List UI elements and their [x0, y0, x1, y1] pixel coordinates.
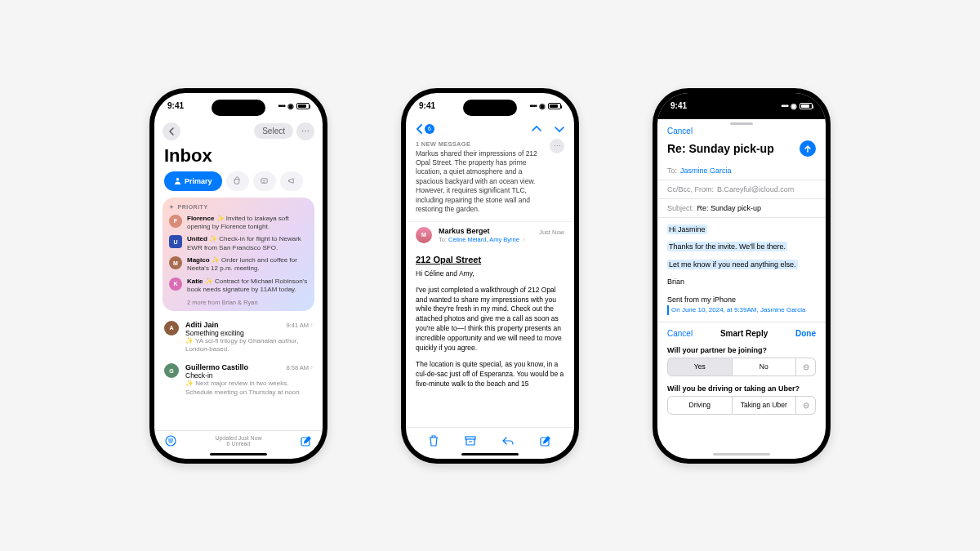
message-sender: Guillermo Castillo — [185, 363, 248, 371]
back-button[interactable]: 6 — [416, 124, 434, 134]
message-item[interactable]: A Aditi Jain 9:41 AM› Something exciting… — [154, 316, 323, 359]
message-preview: ✨ YA sci-fi trilogy by Ghanaian author, … — [185, 337, 313, 354]
status-time: 9:41 — [419, 101, 435, 110]
avatar: F — [169, 215, 182, 228]
filter-icon[interactable] — [164, 434, 177, 447]
priority-item[interactable]: M Magico ✨ Order lunch and coffee for Ne… — [169, 256, 308, 273]
signal-icon — [529, 101, 537, 110]
category-tabs: Primary — [154, 171, 323, 198]
to-line: To: Céline Mélard, Amy Byrne › — [439, 235, 525, 243]
option-no[interactable]: No — [733, 358, 797, 376]
compose-title: Re: Sunday pick-up — [667, 142, 774, 155]
avatar: G — [164, 363, 179, 378]
message-item[interactable]: G Guillermo Castillo 8:58 AM› Check-in ✨… — [154, 358, 323, 402]
status-time: 9:41 — [167, 101, 184, 110]
home-indicator[interactable] — [210, 453, 267, 455]
sparkle-icon: ✦ — [169, 204, 175, 211]
select-button[interactable]: Select — [254, 123, 293, 139]
page-title: Inbox — [154, 144, 323, 171]
timestamp: Just Now — [539, 229, 564, 236]
tab-transactions[interactable] — [226, 171, 249, 191]
priority-card[interactable]: ✦ PRIORITY F Florence ✨ Invited to izaka… — [163, 198, 314, 311]
compose-icon[interactable] — [539, 434, 552, 447]
compose-icon[interactable] — [300, 434, 313, 447]
option-expand[interactable]: ⊖ — [796, 358, 816, 376]
phone-inbox: 9:41 Select ⋯ Inbox Primary — [149, 88, 327, 464]
signal-icon — [781, 101, 788, 110]
dynamic-island — [212, 100, 265, 116]
avatar: K — [169, 278, 182, 291]
message-subject: Something exciting — [185, 329, 313, 337]
cancel-button[interactable]: Cancel — [667, 127, 693, 136]
avatar: A — [164, 321, 179, 335]
message-time: 8:58 AM› — [286, 363, 313, 371]
battery-icon — [296, 103, 310, 109]
tab-updates[interactable] — [253, 171, 276, 191]
avatar: U — [169, 235, 182, 248]
reply-icon[interactable] — [501, 435, 514, 447]
option-expand[interactable]: ⊖ — [796, 396, 816, 415]
cc-field[interactable]: Cc/Bcc, From:B.Careyful@icloud.com — [657, 180, 826, 199]
priority-label: PRIORITY — [178, 204, 208, 210]
compose-body[interactable]: Hi Jasmine Thanks for the invite. We'll … — [657, 218, 826, 322]
from-name: Markus Berget — [439, 227, 525, 235]
home-indicator[interactable] — [713, 453, 770, 455]
avatar: M — [416, 227, 432, 243]
smart-reply-title: Smart Reply — [720, 329, 768, 338]
prev-message-button[interactable] — [532, 125, 541, 133]
subject-line: 212 Opal Street — [406, 248, 574, 269]
phone-message: 9:41 6 1 NEW MESSAGE Markus shared their… — [401, 88, 579, 464]
question-1: Will your partner be joining? — [657, 343, 826, 358]
question-2: Will you be driving or taking an Uber? — [657, 381, 826, 396]
smart-done-button[interactable]: Done — [795, 329, 816, 338]
smart-reply-bar: Cancel Smart Reply Done — [657, 322, 826, 343]
sheet-handle[interactable] — [730, 122, 753, 125]
priority-header: ✦ PRIORITY — [169, 204, 308, 211]
archive-icon[interactable] — [464, 435, 477, 447]
to-field[interactable]: To:Jasmine Garcia — [657, 162, 826, 180]
battery-icon — [548, 103, 561, 109]
battery-icon — [800, 103, 813, 109]
ai-summary: Markus shared their impressions of 212 O… — [406, 149, 550, 221]
new-message-label: 1 NEW MESSAGE — [406, 139, 550, 149]
svg-rect-4 — [466, 437, 475, 439]
wifi-icon — [287, 101, 294, 110]
trash-icon[interactable] — [428, 434, 439, 447]
message-nav: 6 — [406, 119, 574, 139]
status-time: 9:41 — [670, 101, 687, 110]
priority-item[interactable]: U United ✨ Check-in for flight to Newark… — [169, 235, 308, 252]
phone-compose: 9:41 Cancel Re: Sunday pick-up To:Jasmin… — [653, 88, 831, 464]
smart-cancel-button[interactable]: Cancel — [667, 329, 693, 338]
back-button[interactable] — [163, 122, 180, 140]
more-button[interactable]: ⋯ — [296, 122, 314, 140]
message-time: 9:41 AM› — [286, 321, 313, 329]
dynamic-island — [463, 100, 517, 116]
option-driving[interactable]: Driving — [667, 396, 733, 415]
message-header[interactable]: M Markus Berget To: Céline Mélard, Amy B… — [406, 221, 574, 248]
wifi-icon — [539, 101, 546, 110]
option-uber[interactable]: Taking an Uber — [733, 396, 797, 415]
dynamic-island — [715, 100, 768, 116]
subject-field[interactable]: Subject:Re: Sunday pick-up — [657, 199, 826, 218]
tab-primary-label: Primary — [185, 177, 212, 185]
message-subject: Check-in — [185, 371, 313, 380]
question-2-options: Driving Taking an Uber ⊖ — [657, 396, 826, 420]
avatar: M — [169, 256, 182, 269]
wifi-icon — [791, 101, 797, 110]
home-indicator[interactable] — [461, 453, 519, 455]
priority-item[interactable]: K Katie ✨ Contract for Michael Robinson'… — [169, 278, 308, 295]
priority-item[interactable]: F Florence ✨ Invited to izakaya soft ope… — [169, 215, 308, 232]
message-preview: ✨ Next major review in two weeks. Schedu… — [185, 380, 313, 397]
signal-icon — [278, 101, 285, 110]
tab-primary[interactable]: Primary — [164, 171, 222, 191]
priority-more[interactable]: 2 more from Brian & Ryan — [187, 299, 308, 306]
more-button[interactable]: ⋯ — [550, 139, 564, 153]
send-button[interactable] — [800, 140, 816, 157]
question-1-options: Yes No ⊖ — [657, 358, 826, 381]
footer-status: Updated Just Now 6 Unread — [215, 435, 261, 447]
next-message-button[interactable] — [555, 125, 564, 133]
svg-point-0 — [176, 178, 180, 181]
message-sender: Aditi Jain — [185, 321, 219, 329]
option-yes[interactable]: Yes — [667, 358, 733, 376]
tab-promotions[interactable] — [280, 171, 303, 191]
